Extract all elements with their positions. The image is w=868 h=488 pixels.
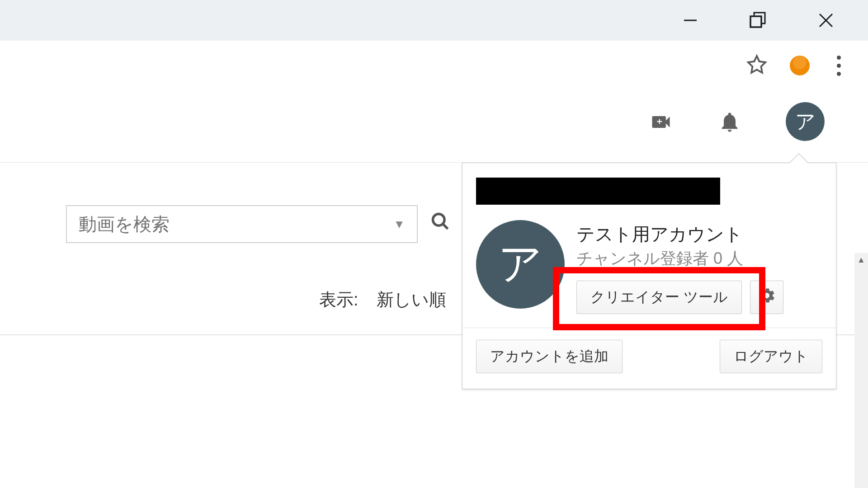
window-minimize-button[interactable] [656, 0, 724, 41]
svg-point-6 [433, 214, 445, 226]
logout-button[interactable]: ログアウト [720, 340, 822, 373]
omnibox-right-group [733, 47, 859, 84]
sort-value[interactable]: 新しい順 [377, 288, 446, 311]
account-name: テスト用アカウント [576, 222, 822, 247]
browser-menu-icon[interactable] [832, 56, 845, 76]
redacted-email [476, 178, 720, 205]
account-avatar-button[interactable]: ア [786, 102, 825, 141]
sort-controls: 表示: 新しい順 [319, 288, 446, 311]
window-maximize-button[interactable] [724, 0, 792, 41]
popup-avatar[interactable]: ア [476, 220, 565, 309]
video-search-select[interactable]: 動画を検索 ▼ [66, 205, 418, 243]
bookmark-star-icon[interactable] [746, 54, 767, 77]
browser-profile-avatar[interactable] [790, 56, 810, 75]
upload-video-icon[interactable] [648, 110, 674, 136]
search-icon[interactable] [430, 211, 450, 233]
avatar-letter: ア [498, 235, 542, 294]
svg-line-7 [443, 224, 448, 229]
account-popup: ア テスト用アカウント チャンネル登録者 0 人 クリエイター ツール [462, 163, 836, 389]
creator-tools-button[interactable]: クリエイター ツール [576, 281, 742, 314]
vertical-scrollbar[interactable]: ▲ [854, 253, 868, 488]
svg-rect-2 [750, 16, 761, 27]
notifications-bell-icon[interactable] [717, 110, 742, 136]
page-header: ア [0, 90, 868, 163]
settings-button[interactable] [750, 281, 783, 314]
add-account-button[interactable]: アカウントを追加 [476, 340, 623, 373]
subscriber-count: チャンネル登録者 0 人 [576, 248, 822, 270]
chevron-down-icon: ▼ [393, 217, 405, 231]
browser-toolbar [0, 41, 868, 90]
window-close-button[interactable] [792, 0, 860, 41]
video-search-placeholder: 動画を検索 [79, 212, 170, 237]
avatar-letter: ア [795, 108, 816, 135]
scroll-up-arrow[interactable]: ▲ [854, 253, 868, 267]
page-content: 動画を検索 ▼ 表示: 新しい順 ア テスト用アカウント チャンネル登録者 0 … [0, 163, 868, 488]
window-titlebar [0, 0, 868, 41]
sort-label: 表示: [319, 288, 359, 311]
gear-icon [757, 286, 776, 309]
